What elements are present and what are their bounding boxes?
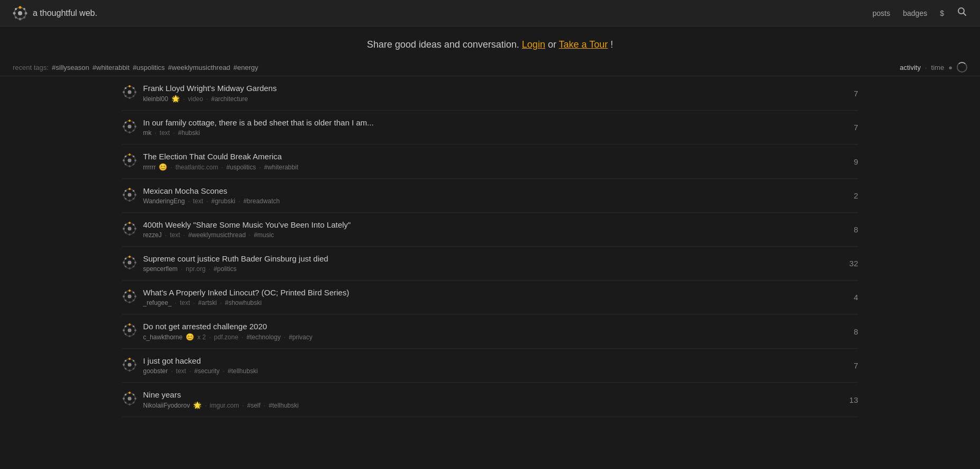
post-tag[interactable]: #tellhubski [228,367,258,375]
svg-point-9 [15,16,17,19]
meta-separator: · [206,197,208,205]
meta-separator: · [220,299,222,306]
svg-line-11 [964,13,966,16]
post-tag[interactable]: #grubski [211,197,235,205]
svg-point-97 [134,364,136,366]
post-content: In our family cottage, there is a bed sh… [143,118,836,137]
tag-sillyseason[interactable]: #sillyseason [52,64,89,71]
post-username[interactable]: rrrrrr [143,164,156,171]
list-item: Frank Lloyd Wright's Midway Gardensklein… [122,76,858,111]
post-title[interactable]: Frank Lloyd Wright's Midway Gardens [143,84,836,93]
nav-posts[interactable]: posts [873,9,890,17]
post-username[interactable]: goobster [143,367,168,375]
svg-point-78 [124,292,126,294]
post-tag[interactable]: #weeklymusicthread [188,231,246,239]
post-content: Do not get arrested challenge 2020c_hawk… [143,322,836,341]
post-title[interactable]: Mexican Mocha Scones [143,186,836,195]
svg-point-66 [123,261,125,264]
post-domain: pdf.zone [214,333,239,341]
list-item: 400th Weekly "Share Some Music You've Be… [122,213,858,247]
list-item: Do not get arrested challenge 2020c_hawk… [122,314,858,349]
avatar [122,187,137,202]
post-content: Frank Lloyd Wright's Midway Gardensklein… [143,84,836,103]
post-username[interactable]: spencerflem [143,265,178,273]
brand-name: a thoughtful web. [33,8,97,18]
tag-whiterabbit[interactable]: #whiterabbit [93,64,130,71]
meta-separator: · [259,164,261,171]
search-icon[interactable] [957,6,967,20]
svg-point-5 [25,12,28,14]
post-tag[interactable]: #security [194,367,219,375]
svg-point-4 [13,12,16,14]
login-link[interactable]: Login [522,39,545,50]
post-tag[interactable]: #tellhubski [269,402,299,409]
post-tag[interactable]: #privacy [289,333,313,341]
post-username[interactable]: kleinbl00 [143,95,168,103]
post-tag[interactable]: #self [247,402,260,409]
svg-point-6 [15,8,17,10]
svg-point-53 [127,227,131,231]
post-title[interactable]: Nine years [143,390,836,399]
post-tag[interactable]: #whiterabbit [264,164,298,171]
post-title[interactable]: 400th Weekly "Share Some Music You've Be… [143,220,836,229]
svg-point-15 [129,97,131,99]
svg-point-54 [129,222,131,224]
svg-point-29 [132,130,134,132]
post-username[interactable]: mk [143,129,152,137]
meta-separator: · [284,333,286,341]
post-tag[interactable]: #music [254,231,274,239]
list-item: Mexican Mocha SconesWanderingEng·text·#g… [122,179,858,213]
svg-point-79 [132,300,134,302]
post-title[interactable]: I just got hacked [143,356,836,365]
nav-dollar[interactable]: $ [940,9,944,17]
svg-point-57 [134,228,136,230]
post-tag[interactable]: #technology [246,333,281,341]
post-tag[interactable]: #hubski [178,129,200,137]
sort-time[interactable]: time [931,64,945,71]
post-title[interactable]: What's A Properly Inked Linocut? (OC; Pr… [143,288,836,297]
svg-point-38 [124,156,126,158]
svg-point-36 [123,159,125,161]
svg-point-39 [132,164,134,166]
post-tag[interactable]: #breadwatch [243,197,280,205]
svg-point-104 [129,392,131,394]
avatar [122,221,137,236]
post-extra: x 2 [197,333,206,341]
brand[interactable]: a thoughtful web. [13,6,97,21]
svg-point-43 [127,193,131,197]
post-tag[interactable]: #architecture [211,95,248,103]
hero-or: or [548,39,559,50]
tag-energy[interactable]: #energy [233,64,258,71]
post-tag[interactable]: #showhubski [225,299,261,306]
svg-point-2 [19,6,22,8]
sort-activity[interactable]: activity [900,64,921,71]
post-username[interactable]: rezzeJ [143,231,162,239]
meta-separator: · [249,231,251,239]
svg-point-3 [19,17,22,20]
post-username[interactable]: _refugee_ [143,299,172,306]
nav-badges[interactable]: badges [903,9,927,17]
post-meta: c_hawkthorne😊x 2·pdf.zone·#technology·#p… [143,333,836,341]
post-username[interactable]: NikolaiiFyodorov [143,402,190,409]
meta-separator: · [171,367,172,375]
post-tag[interactable]: #artski [198,299,217,306]
meta-separator: · [175,299,177,306]
post-username[interactable]: WanderingEng [143,197,185,205]
post-username[interactable]: c_hawkthorne [143,333,183,341]
post-title[interactable]: In our family cottage, there is a bed sh… [143,118,836,127]
post-title[interactable]: The Election That Could Break America [143,152,836,161]
post-title[interactable]: Do not get arrested challenge 2020 [143,322,836,331]
tag-uspolitics[interactable]: #uspolitics [133,64,165,71]
post-tag[interactable]: #uspolitics [226,164,256,171]
post-score: 7 [842,361,858,370]
svg-point-96 [123,364,125,366]
meta-separator: · [155,129,157,137]
post-domain: npr.org [186,265,205,273]
svg-point-105 [129,403,131,405]
post-tag[interactable]: #politics [214,265,236,273]
tag-weeklymusicthread[interactable]: #weeklymusicthread [168,64,231,71]
svg-point-59 [132,232,134,234]
post-title[interactable]: Supreme court justice Ruth Bader Ginsbur… [143,254,836,263]
tour-link[interactable]: Take a Tour [559,39,608,50]
svg-point-58 [124,224,126,226]
